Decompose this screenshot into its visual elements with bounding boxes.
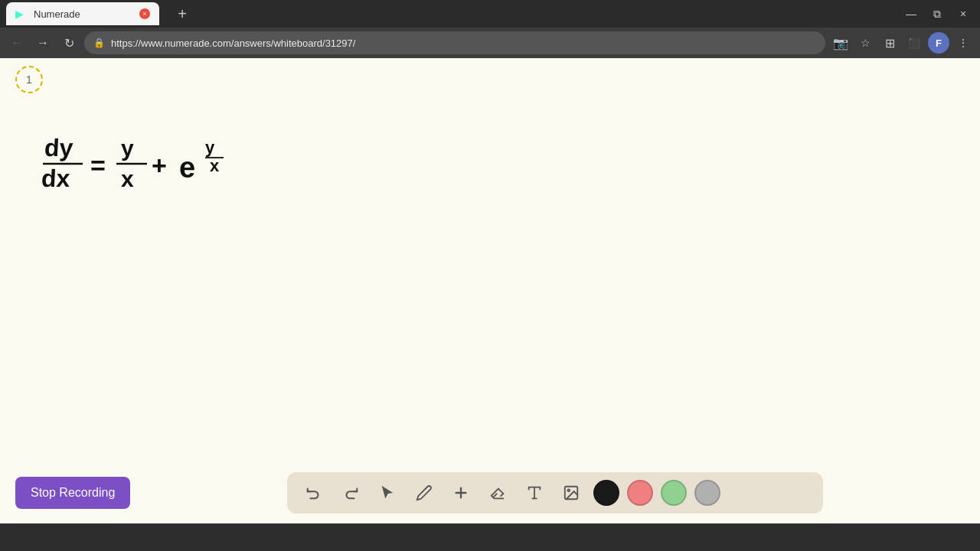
svg-text:+: + — [152, 151, 167, 180]
page-content: 1 dy dx = y x + e y x — [0, 58, 980, 523]
color-green-button[interactable] — [661, 480, 687, 506]
undo-button[interactable] — [299, 478, 328, 507]
svg-text:dx: dx — [41, 165, 70, 192]
tab-favicon: ▶ — [15, 8, 28, 20]
pen-icon — [416, 484, 433, 501]
svg-point-17 — [568, 489, 570, 491]
formula-svg: dy dx = y x + e y x — [31, 119, 276, 211]
drawing-toolbar — [287, 472, 823, 514]
title-bar: ▶ Numerade × + — ⧉ × — [0, 0, 980, 28]
svg-text:x: x — [210, 156, 220, 175]
color-pink-button[interactable] — [627, 480, 653, 506]
eraser-button[interactable] — [483, 478, 512, 507]
nav-bar: ← → ↻ 🔒 https://www.numerade.com/answers… — [0, 28, 980, 58]
extensions-button[interactable]: ⊞ — [879, 32, 900, 54]
step-counter: 1 — [15, 66, 43, 93]
window-controls: — ⧉ × — [900, 3, 974, 24]
pen-button[interactable] — [410, 478, 439, 507]
bottom-bar: Stop Recording — [0, 462, 980, 523]
svg-text:=: = — [90, 151, 106, 180]
plus-icon — [452, 484, 469, 501]
image-icon — [563, 484, 580, 501]
svg-text:e: e — [179, 152, 195, 184]
cursor-icon — [379, 484, 396, 501]
refresh-button[interactable]: ↻ — [58, 32, 80, 54]
add-button[interactable] — [446, 478, 475, 507]
color-black-button[interactable] — [593, 480, 619, 506]
bookmark-button[interactable]: ☆ — [854, 32, 876, 54]
redo-icon — [342, 484, 359, 501]
address-bar[interactable]: 🔒 https://www.numerade.com/answers/white… — [84, 31, 825, 54]
more-button[interactable]: ⋮ — [952, 32, 974, 54]
formula-area: dy dx = y x + e y x — [31, 119, 276, 214]
browser-chrome: ▶ Numerade × + — ⧉ × ← → ↻ 🔒 https://www… — [0, 0, 980, 58]
forward-button[interactable]: → — [32, 32, 54, 54]
tab-title: Numerade — [34, 8, 133, 20]
svg-text:y: y — [121, 135, 134, 161]
profile-button[interactable]: F — [928, 32, 949, 54]
color-gray-button[interactable] — [694, 480, 720, 506]
camera-button[interactable]: 📷 — [830, 32, 851, 54]
maximize-button[interactable]: ⧉ — [926, 3, 948, 24]
text-icon — [526, 484, 543, 501]
svg-text:x: x — [121, 166, 134, 191]
redo-button[interactable] — [336, 478, 365, 507]
lock-icon: 🔒 — [93, 37, 105, 48]
select-button[interactable] — [373, 478, 402, 507]
cast-button[interactable]: ⬛ — [903, 32, 925, 54]
text-button[interactable] — [520, 478, 549, 507]
close-button[interactable]: × — [952, 3, 974, 24]
back-button[interactable]: ← — [6, 32, 28, 54]
step-number: 1 — [26, 73, 32, 86]
url-text: https://www.numerade.com/answers/whitebo… — [111, 37, 816, 49]
stop-recording-button[interactable]: Stop Recording — [15, 477, 130, 509]
svg-text:dy: dy — [44, 134, 74, 161]
image-button[interactable] — [557, 478, 586, 507]
svg-text:y: y — [205, 138, 215, 157]
undo-icon — [305, 484, 322, 501]
nav-icons-right: 📷 ☆ ⊞ ⬛ F ⋮ — [830, 32, 974, 54]
tab-close-button[interactable]: × — [139, 8, 150, 19]
minimize-button[interactable]: — — [900, 3, 922, 24]
new-tab-button[interactable]: + — [172, 3, 193, 24]
eraser-icon — [489, 484, 506, 501]
browser-tab[interactable]: ▶ Numerade × — [6, 2, 159, 25]
